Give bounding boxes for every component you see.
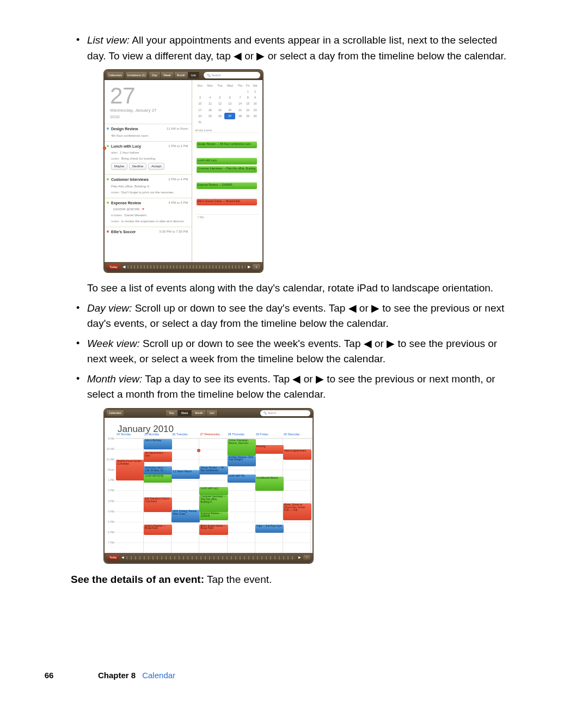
day-view-label: Day view:: [87, 302, 132, 314]
chapter-label: Chapter 8: [98, 671, 136, 680]
ipad-calendar-week-view: Calendars DayWeekMonthList 🔍 Search Janu…: [103, 408, 314, 564]
list-view-text: All your appointments and events appear …: [87, 34, 506, 62]
allday-label: all-day events: [195, 129, 260, 133]
calendars-button[interactable]: Calendars: [107, 410, 124, 416]
see-details-bold: See the details of an event:: [71, 574, 204, 585]
big-date-number: 27: [110, 84, 186, 107]
bullet-list: List view: All your appointments and eve…: [71, 33, 517, 564]
month-view-text: Tap a day to see its events. Tap ◀ or ▶ …: [87, 373, 495, 400]
page-footer: 66 Chapter 8 Calendar: [0, 671, 588, 680]
view-segments[interactable]: DayWeekMonthList: [149, 72, 199, 78]
mini-calendar[interactable]: SunMonTueWedThuFriSat1234567891011121314…: [195, 82, 260, 125]
date-line: Wednesday, January 27: [110, 107, 186, 114]
figure-list-view: Calendars Invitations (1) DayWeekMonthLi…: [87, 69, 517, 273]
prev-arrow-icon[interactable]: ◀: [122, 264, 125, 270]
calendars-button[interactable]: Calendars: [107, 72, 124, 78]
rotate-note: To see a list of events along with the d…: [87, 281, 517, 296]
add-event-button[interactable]: ＋: [253, 264, 260, 270]
list-view-label: List view:: [87, 34, 130, 46]
bullet-list-view: List view: All your appointments and eve…: [71, 33, 517, 296]
fig2-toolbar: Calendars DayWeekMonthList 🔍 Search: [105, 409, 313, 418]
next-arrow-icon[interactable]: ▶: [248, 264, 250, 270]
bullet-month-view: Month view: Tap a day to see its events.…: [71, 372, 517, 564]
search-field[interactable]: 🔍 Search: [260, 410, 310, 416]
timeline-scrubber[interactable]: [126, 556, 296, 559]
day-view-text: Scroll up or down to see the day's event…: [87, 302, 504, 330]
bullet-day-view: Day view: Scroll up or down to see the d…: [71, 301, 517, 332]
timeline-scrubber[interactable]: [127, 265, 246, 269]
figure-week-view: Calendars DayWeekMonthList 🔍 Search Janu…: [87, 408, 517, 564]
today-button[interactable]: Today: [107, 264, 120, 270]
invitations-button[interactable]: Invitations (1): [126, 72, 147, 78]
week-grid[interactable]: 24 Sunday25 Monday26 Tuesday27 Wednesday…: [115, 438, 313, 553]
see-details-rest: Tap the event.: [204, 574, 272, 585]
current-time-indicator: [103, 147, 106, 150]
month-view-label: Month view:: [87, 373, 142, 385]
today-button[interactable]: Today: [107, 555, 119, 561]
page-number: 66: [0, 671, 98, 680]
next-arrow-icon[interactable]: ▶: [298, 555, 301, 559]
search-field[interactable]: 🔍 Search: [204, 72, 260, 78]
view-segments[interactable]: DayWeekMonthList: [166, 410, 218, 416]
week-view-text: Scroll up or down to see the week's even…: [87, 338, 497, 365]
ipad-calendar-list-view: Calendars Invitations (1) DayWeekMonthLi…: [103, 69, 264, 273]
add-event-button[interactable]: ＋: [303, 555, 310, 561]
date-year: 2010: [110, 114, 186, 120]
week-view-label: Week view:: [87, 338, 140, 349]
see-details-line: See the details of an event: Tap the eve…: [71, 574, 517, 586]
event-list-pane: 27 Wednesday, January 27 2010 11 AM to N…: [105, 80, 192, 262]
bullet-week-view: Week view: Scroll up or down to see the …: [71, 336, 517, 367]
document-page: List view: All your appointments and eve…: [0, 0, 588, 706]
fig1-toolbar: Calendars Invitations (1) DayWeekMonthLi…: [105, 70, 262, 80]
day-schedule-pane: SunMonTueWedThuFriSat1234567891011121314…: [192, 80, 263, 262]
prev-arrow-icon[interactable]: ◀: [121, 555, 124, 559]
section-label: Calendar: [142, 671, 175, 680]
